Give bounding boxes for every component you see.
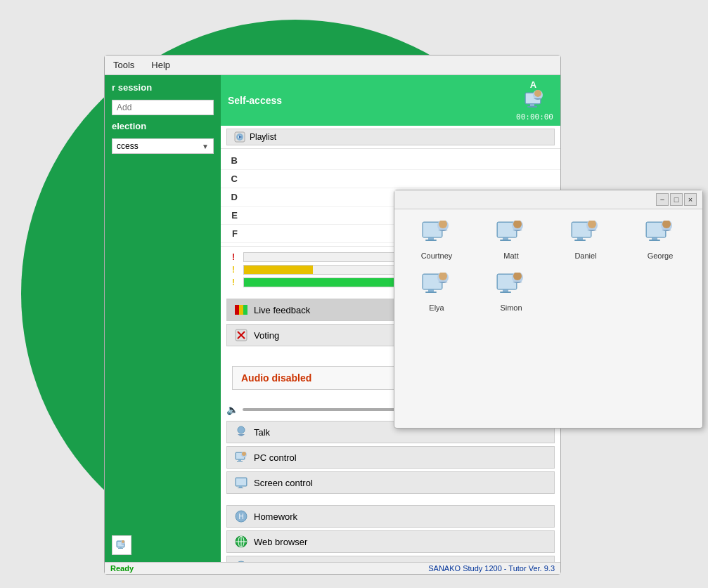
stat-icon-75: ! <box>228 277 239 287</box>
status-bar: Ready SANAKO Study 1200 - Tutor Ver. 9.3 <box>105 562 560 574</box>
voting-icon <box>234 328 248 342</box>
student-simon[interactable]: Simon <box>477 270 545 315</box>
sidebar-action-button[interactable] <box>112 535 131 555</box>
svg-rect-62 <box>237 461 243 462</box>
student-courtney[interactable]: Courtney <box>403 218 470 263</box>
svg-rect-54 <box>243 305 247 315</box>
matt-name: Matt <box>503 251 518 260</box>
sidebar-bottom <box>112 535 214 555</box>
svg-text:H: H <box>238 513 243 521</box>
audio-disabled-text: Audio disabled <box>241 372 311 384</box>
status-version: SANAKO Study 1200 - Tutor Ver. 9.3 <box>428 564 555 573</box>
extra-buttons-section: H Homework Web browser <box>221 502 560 562</box>
svg-rect-45 <box>527 106 537 107</box>
row-b: B <box>221 152 560 170</box>
restore-button[interactable]: □ <box>670 193 683 206</box>
svg-rect-110 <box>500 292 511 293</box>
action-icon <box>116 540 127 551</box>
web-browser-button[interactable]: Web browser <box>226 530 555 553</box>
homework-button[interactable]: H Homework <box>226 505 555 528</box>
svg-rect-104 <box>425 292 437 293</box>
student-elya[interactable]: Elya <box>403 270 470 315</box>
svg-rect-68 <box>238 488 243 488</box>
svg-rect-86 <box>500 240 511 241</box>
student-matt[interactable]: Matt <box>477 218 545 263</box>
svg-point-58 <box>238 426 245 433</box>
sa-title: Self-access <box>228 95 282 106</box>
row-c: C <box>221 170 560 188</box>
svg-rect-92 <box>574 240 586 241</box>
george-name: George <box>648 251 674 260</box>
sa-header: Self-access A 00:00:00 <box>221 75 560 126</box>
daniel-name: Daniel <box>574 251 596 260</box>
student-daniel[interactable]: Daniel <box>552 218 619 263</box>
svg-rect-39 <box>118 548 123 549</box>
feedback-icon <box>234 303 248 317</box>
playlist-row: Playlist <box>221 126 560 149</box>
screen-control-button[interactable]: Screen control <box>226 471 555 494</box>
svg-rect-61 <box>238 459 241 461</box>
svg-rect-67 <box>239 486 242 488</box>
status-ready: Ready <box>110 564 134 573</box>
talk-icon <box>234 425 248 439</box>
menu-tools[interactable]: Tools <box>110 58 137 72</box>
sa-label-a: A <box>530 79 536 90</box>
avatar-icon <box>524 90 546 112</box>
svg-rect-66 <box>236 478 246 485</box>
george-icon <box>645 221 676 249</box>
student-window-titlebar: − □ × <box>394 190 702 209</box>
simon-name: Simon <box>500 303 522 312</box>
access-select-wrapper: ccess ▼ <box>112 138 214 154</box>
courtney-icon <box>421 221 452 249</box>
matt-icon <box>496 221 527 249</box>
add-input[interactable] <box>112 100 214 115</box>
svg-point-64 <box>242 452 246 456</box>
sa-timer: 00:00:00 <box>516 112 553 122</box>
svg-point-41 <box>122 540 124 543</box>
control-buttons-section: Talk PC control <box>221 418 560 499</box>
stat-icon-25: ! <box>228 265 239 275</box>
daniel-icon <box>570 221 601 249</box>
session-label: r session <box>112 82 214 93</box>
access-select[interactable]: ccess <box>112 139 213 153</box>
selection-label: election <box>112 121 214 131</box>
playlist-button[interactable]: Playlist <box>226 129 555 145</box>
minimize-button[interactable]: − <box>656 193 669 206</box>
sa-avatar: A 00:00:00 <box>516 79 553 122</box>
screen-control-icon <box>234 476 248 490</box>
svg-point-47 <box>534 90 541 97</box>
pc-control-button[interactable]: PC control <box>226 446 555 469</box>
left-sidebar: r session election ccess ▼ <box>105 75 221 562</box>
courtney-name: Courtney <box>421 251 453 260</box>
pc-control-icon <box>234 450 248 464</box>
video-stream-button[interactable]: Video stream <box>226 556 555 562</box>
simon-icon <box>496 273 527 301</box>
svg-rect-52 <box>235 305 239 315</box>
svg-rect-98 <box>649 240 660 241</box>
student-window: − □ × Courtney <box>394 190 703 429</box>
svg-rect-80 <box>425 240 437 241</box>
student-grid: Courtney Matt <box>394 209 702 323</box>
elya-name: Elya <box>429 303 444 312</box>
homework-icon: H <box>234 509 248 523</box>
close-button[interactable]: × <box>684 193 697 206</box>
student-george[interactable]: George <box>626 218 694 263</box>
svg-rect-44 <box>530 104 534 106</box>
menu-help[interactable]: Help <box>148 58 173 72</box>
elya-icon <box>421 273 452 301</box>
playlist-icon <box>234 131 245 143</box>
chevron-down-icon: ▼ <box>202 143 209 150</box>
web-browser-icon <box>234 535 248 549</box>
menu-bar: Tools Help <box>105 55 560 75</box>
stat-icon-0: ! <box>228 252 239 262</box>
svg-rect-53 <box>239 305 243 315</box>
volume-icon: 🔈 <box>226 404 238 415</box>
